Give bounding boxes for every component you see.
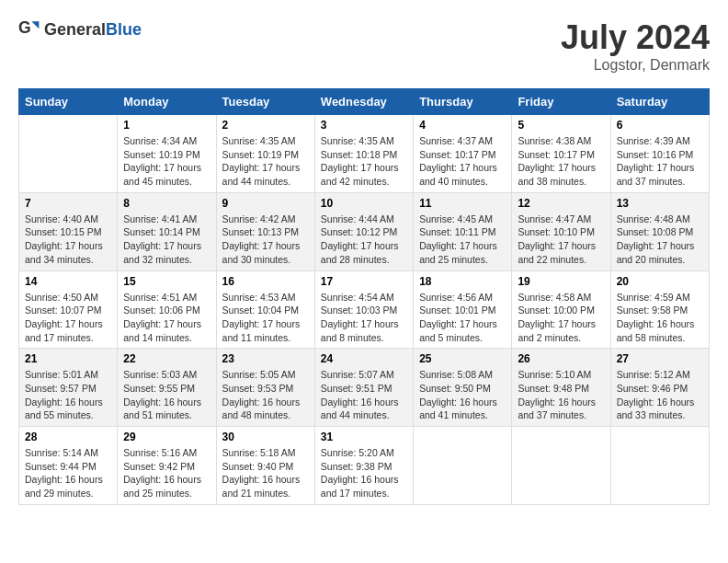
svg-text:G: G [18,18,31,37]
page-header: G GeneralBlue July 2024 Logstor, Denmark [18,18,710,74]
calendar-cell [610,427,709,505]
day-number: 13 [617,197,703,210]
day-number: 21 [25,352,111,365]
calendar-cell: 14Sunrise: 4:50 AM Sunset: 10:07 PM Dayl… [19,270,118,349]
day-number: 1 [123,119,210,132]
day-number: 25 [419,352,506,365]
title-block: July 2024 Logstor, Denmark [561,18,710,74]
day-info: Sunrise: 4:58 AM Sunset: 10:00 PM Daylig… [518,291,604,345]
calendar-cell: 30Sunrise: 5:18 AM Sunset: 9:40 PM Dayli… [216,427,314,505]
day-info: Sunrise: 5:16 AM Sunset: 9:42 PM Dayligh… [123,446,210,500]
day-info: Sunrise: 4:35 AM Sunset: 10:19 PM Daylig… [222,134,309,189]
day-info: Sunrise: 5:20 AM Sunset: 9:38 PM Dayligh… [321,446,407,500]
day-number: 30 [222,431,309,443]
day-number: 5 [518,119,604,132]
day-number: 11 [419,197,506,210]
day-number: 16 [222,275,309,288]
day-info: Sunrise: 4:50 AM Sunset: 10:07 PM Daylig… [25,291,111,345]
day-info: Sunrise: 4:45 AM Sunset: 10:11 PM Daylig… [419,213,506,267]
day-number: 14 [25,275,111,288]
day-number: 15 [123,275,210,288]
day-info: Sunrise: 5:03 AM Sunset: 9:55 PM Dayligh… [123,368,210,422]
calendar-cell: 3Sunrise: 4:35 AM Sunset: 10:18 PM Dayli… [314,115,413,193]
calendar-cell: 26Sunrise: 5:10 AM Sunset: 9:48 PM Dayli… [512,349,610,427]
day-number: 3 [321,119,407,132]
day-number: 24 [321,352,407,365]
month-year: July 2024 [561,18,710,57]
day-number: 29 [123,431,210,443]
calendar-cell: 21Sunrise: 5:01 AM Sunset: 9:57 PM Dayli… [19,349,118,427]
day-info: Sunrise: 5:12 AM Sunset: 9:46 PM Dayligh… [617,368,703,422]
calendar-cell: 8Sunrise: 4:41 AM Sunset: 10:14 PM Dayli… [118,192,216,270]
calendar-cell: 15Sunrise: 4:51 AM Sunset: 10:06 PM Dayl… [118,270,216,349]
calendar-cell: 24Sunrise: 5:07 AM Sunset: 9:51 PM Dayli… [314,349,413,427]
calendar-cell: 27Sunrise: 5:12 AM Sunset: 9:46 PM Dayli… [610,349,709,427]
day-info: Sunrise: 5:14 AM Sunset: 9:44 PM Dayligh… [25,446,111,500]
day-number: 23 [222,352,309,365]
calendar-header-row: SundayMondayTuesdayWednesdayThursdayFrid… [19,89,710,115]
day-header-wednesday: Wednesday [314,89,413,115]
calendar-week-row: 7Sunrise: 4:40 AM Sunset: 10:15 PM Dayli… [19,192,710,270]
calendar-cell: 29Sunrise: 5:16 AM Sunset: 9:42 PM Dayli… [118,427,216,505]
calendar-week-row: 1Sunrise: 4:34 AM Sunset: 10:19 PM Dayli… [19,115,710,193]
day-info: Sunrise: 4:54 AM Sunset: 10:03 PM Daylig… [321,291,407,345]
day-info: Sunrise: 5:05 AM Sunset: 9:53 PM Dayligh… [222,368,309,422]
calendar-cell: 23Sunrise: 5:05 AM Sunset: 9:53 PM Dayli… [216,349,314,427]
day-number: 7 [25,197,111,210]
day-info: Sunrise: 4:41 AM Sunset: 10:14 PM Daylig… [123,213,210,267]
logo-blue: Blue [106,20,142,39]
calendar-cell: 2Sunrise: 4:35 AM Sunset: 10:19 PM Dayli… [216,115,314,193]
day-number: 18 [419,275,506,288]
location: Logstor, Denmark [561,57,710,74]
day-info: Sunrise: 4:40 AM Sunset: 10:15 PM Daylig… [25,213,111,267]
day-number: 2 [222,119,309,132]
calendar-week-row: 28Sunrise: 5:14 AM Sunset: 9:44 PM Dayli… [19,427,710,505]
day-info: Sunrise: 4:47 AM Sunset: 10:10 PM Daylig… [518,213,604,267]
calendar-cell: 16Sunrise: 4:53 AM Sunset: 10:04 PM Dayl… [216,270,314,349]
calendar-cell: 22Sunrise: 5:03 AM Sunset: 9:55 PM Dayli… [118,349,216,427]
day-number: 9 [222,197,309,210]
day-info: Sunrise: 4:35 AM Sunset: 10:18 PM Daylig… [321,134,407,189]
calendar-cell [512,427,610,505]
day-info: Sunrise: 4:59 AM Sunset: 9:58 PM Dayligh… [617,291,703,345]
calendar-cell: 6Sunrise: 4:39 AM Sunset: 10:16 PM Dayli… [610,115,709,193]
day-number: 28 [25,431,111,443]
calendar-cell: 7Sunrise: 4:40 AM Sunset: 10:15 PM Dayli… [19,192,118,270]
logo-general: General [44,20,106,39]
day-info: Sunrise: 4:51 AM Sunset: 10:06 PM Daylig… [123,291,210,345]
day-header-friday: Friday [512,89,610,115]
day-number: 31 [321,431,407,443]
day-info: Sunrise: 4:53 AM Sunset: 10:04 PM Daylig… [222,291,309,345]
calendar-cell: 17Sunrise: 4:54 AM Sunset: 10:03 PM Dayl… [314,270,413,349]
day-header-thursday: Thursday [414,89,512,115]
calendar-cell: 28Sunrise: 5:14 AM Sunset: 9:44 PM Dayli… [19,427,118,505]
day-number: 10 [321,197,407,210]
calendar-cell: 11Sunrise: 4:45 AM Sunset: 10:11 PM Dayl… [414,192,512,270]
calendar-table: SundayMondayTuesdayWednesdayThursdayFrid… [18,88,710,505]
calendar-cell: 12Sunrise: 4:47 AM Sunset: 10:10 PM Dayl… [512,192,610,270]
day-info: Sunrise: 5:01 AM Sunset: 9:57 PM Dayligh… [25,368,111,422]
day-info: Sunrise: 4:39 AM Sunset: 10:16 PM Daylig… [617,134,703,189]
svg-marker-1 [31,21,39,29]
day-number: 17 [321,275,407,288]
day-number: 19 [518,275,604,288]
calendar-cell: 4Sunrise: 4:37 AM Sunset: 10:17 PM Dayli… [414,115,512,193]
day-header-monday: Monday [118,89,216,115]
day-info: Sunrise: 5:07 AM Sunset: 9:51 PM Dayligh… [321,368,407,422]
calendar-cell: 20Sunrise: 4:59 AM Sunset: 9:58 PM Dayli… [610,270,709,349]
day-header-saturday: Saturday [610,89,709,115]
day-info: Sunrise: 4:34 AM Sunset: 10:19 PM Daylig… [123,134,210,189]
calendar-week-row: 21Sunrise: 5:01 AM Sunset: 9:57 PM Dayli… [19,349,710,427]
day-info: Sunrise: 4:42 AM Sunset: 10:13 PM Daylig… [222,213,309,267]
day-number: 27 [617,352,703,365]
day-number: 20 [617,275,703,288]
calendar-cell: 13Sunrise: 4:48 AM Sunset: 10:08 PM Dayl… [610,192,709,270]
day-info: Sunrise: 5:10 AM Sunset: 9:48 PM Dayligh… [518,368,604,422]
calendar-cell: 1Sunrise: 4:34 AM Sunset: 10:19 PM Dayli… [118,115,216,193]
day-info: Sunrise: 4:37 AM Sunset: 10:17 PM Daylig… [419,134,506,189]
day-info: Sunrise: 4:48 AM Sunset: 10:08 PM Daylig… [617,213,703,267]
day-info: Sunrise: 4:44 AM Sunset: 10:12 PM Daylig… [321,213,407,267]
calendar-cell: 19Sunrise: 4:58 AM Sunset: 10:00 PM Dayl… [512,270,610,349]
day-info: Sunrise: 4:38 AM Sunset: 10:17 PM Daylig… [518,134,604,189]
day-number: 8 [123,197,210,210]
